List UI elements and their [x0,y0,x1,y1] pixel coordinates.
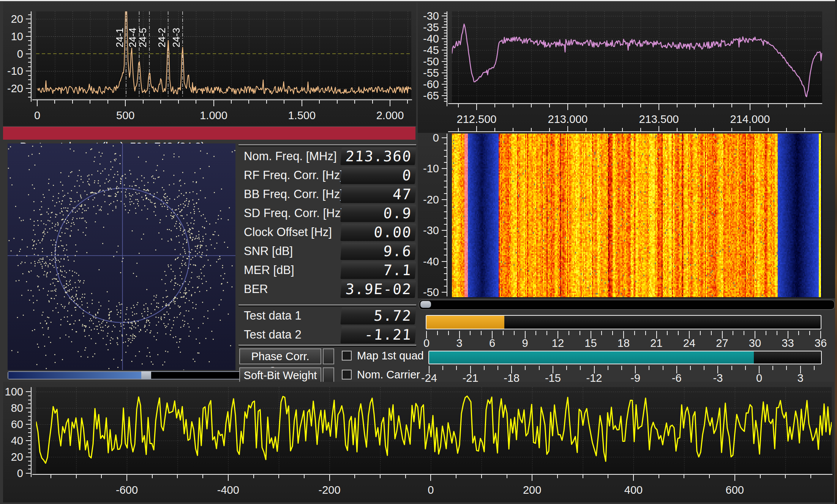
echo-x-minor-tick [284,100,284,104]
imp-x-tick-label: -200 [319,484,341,496]
imp-x-minor-tick [152,475,153,478]
imp-x-minor-tick [51,475,51,478]
rf-y-minor-tick [444,36,447,36]
imp-x-minor-tick [101,475,102,478]
constellation-slider-fill [8,372,141,379]
wf-y-minor-tick [444,175,447,175]
rf-x-minor-tick [804,104,805,107]
phase-corr-carr-button[interactable]: Phase Corr. Carr. [239,348,321,364]
echo-y-minor-tick [28,92,31,93]
level-gauge-minor-tick [503,331,504,335]
echo-y-tick-label: 0 [17,47,23,60]
imp-y-minor-tick [28,400,31,400]
echo-y-minor-tick [28,79,31,80]
echo-x-major-tick [213,100,214,106]
snr-gauge-minor-tick [704,366,704,370]
wf-y-minor-tick [444,249,447,249]
rf-y-minor-tick [444,41,447,42]
echo-y-tick-label: 20 [11,13,23,25]
rf-y-minor-tick [444,78,447,79]
imp-y-major-tick [26,391,31,392]
soft-bit-weight-button[interactable]: Soft-Bit Weight [239,367,321,383]
level-gauge-minor-tick [612,331,613,335]
imp-x-minor-tick [202,475,203,478]
level-gauge-tick-label: 0 [423,337,430,350]
wf-y-minor-tick [444,273,447,274]
constellation-slider[interactable] [8,371,242,380]
rf-y-minor-tick [444,47,447,48]
wf-y-minor-tick [444,156,447,157]
map-1st-quad-checkbox[interactable] [342,351,352,361]
impulse-concentration-panel: 100806040200-600-400-2000200400600 [3,382,834,502]
rf-x-major-tick [750,104,750,110]
snr-gauge-fill [429,351,754,364]
param-label: BER [244,280,268,298]
rf-y-major-tick [442,38,447,39]
level-gauge-minor-tick [645,331,646,335]
phase-corr-carr-button-attach[interactable] [323,348,334,364]
signal-analyzer-window: 24-124-424-524-224-3 20100-10-2005001.00… [0,0,837,504]
rf-y-tick-label: -50 [423,55,439,68]
rf-y-minor-tick [444,55,447,56]
echo-y-tick-label: -20 [7,82,23,95]
level-gauge-minor-tick [481,331,482,335]
impulse-concentration-plot[interactable] [36,387,832,473]
waterfall-scrollbar[interactable] [419,300,835,310]
rf-y-minor-tick [444,70,447,71]
imp-y-minor-tick [28,428,31,429]
wf-y-major-tick [442,230,447,231]
level-gauge-minor-tick [580,331,580,335]
echo-x-minor-tick [196,100,196,104]
echo-profile-plot[interactable]: 24-124-424-524-224-3 [36,11,411,98]
rf-y-minor-tick [444,33,447,33]
constellation-plot[interactable] [8,143,235,370]
param-value-display: 3.9E-02 [340,280,416,298]
waterfall-scrollbar-thumb[interactable] [420,301,431,308]
soft-bit-weight-button-attach[interactable] [323,367,334,383]
measurement-params-panel: Nom. Freq. [MHz]213.360 RF Freq. Corr. [… [238,143,416,380]
level-gauge-minor-tick [569,331,569,335]
echo-peak-label: 24-2 [156,15,167,47]
snr-gauge-minor-tick [566,366,567,370]
snr-gauge-minor-tick [442,366,443,370]
rf-xb-minor-tick [531,128,532,131]
rf-x-axis-line [448,103,822,104]
echo-x-minor-tick [372,100,373,104]
wf-y-major-tick [442,199,447,200]
rf-x-tick-label: 213.000 [548,113,588,126]
imp-x-minor-tick [405,475,406,478]
snr-gauge-minor-tick [814,366,815,370]
nom-carrier-checkbox[interactable] [342,370,352,380]
level-gauge-minor-tick [437,331,438,335]
level-gauge-minor-tick [744,331,744,335]
rf-y-minor-tick [444,81,447,82]
imp-x-major-tick [430,475,431,481]
wf-y-minor-tick [444,224,447,225]
wf-y-minor-tick [444,286,447,287]
snr-gauge-minor-tick [690,366,691,370]
wf-y-minor-tick [444,236,447,237]
imp-x-major-tick [228,475,229,481]
imp-y-major-tick [26,424,31,425]
impulse-concentration-canvas [36,387,832,473]
imp-y-minor-tick [28,416,31,417]
rf-xb-minor-tick [586,128,586,131]
wf-y-minor-tick [444,255,447,255]
rf-x-minor-tick [695,104,696,107]
rf-x-minor-tick [531,104,532,107]
rf-y-major-tick [442,50,447,50]
rf-y-minor-tick [444,90,447,90]
echo-x-major-tick [390,100,390,106]
echo-x-minor-tick [407,100,408,104]
level-gauge-tick-label: 36 [815,337,827,350]
constellation-slider-thumb[interactable] [141,371,151,380]
wf-y-tick-label: -40 [423,255,439,268]
rf-y-minor-tick [444,24,447,25]
snr-gauge-minor-tick [525,366,526,370]
waterfall-plot[interactable] [452,134,822,297]
param-value-display: 0 [340,167,416,184]
echo-y-minor-tick [28,23,31,24]
separator-line [238,304,416,306]
rf-spectrum-plot[interactable] [452,11,822,102]
imp-x-tick-label: -400 [217,484,239,496]
